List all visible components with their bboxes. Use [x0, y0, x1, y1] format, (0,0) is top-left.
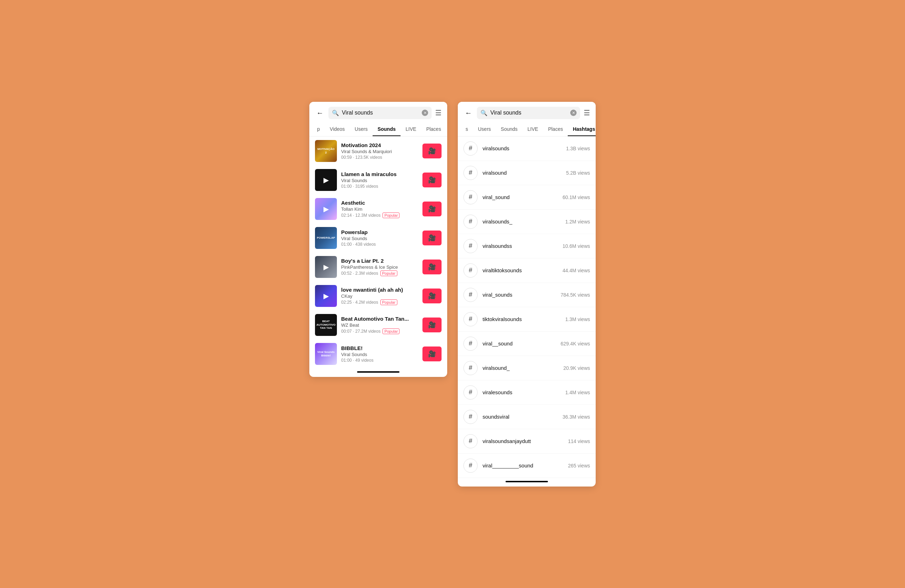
- tabs-row-1: p Videos Users Sounds LIVE Places Has: [309, 123, 447, 137]
- hashtag-name: viralesounds: [483, 389, 560, 395]
- hashtag-item[interactable]: #viralesounds1.4M views: [458, 380, 596, 405]
- hashtag-name: soundsviral: [483, 414, 557, 420]
- sound-thumbnail[interactable]: ▶: [315, 198, 337, 220]
- hashtag-item[interactable]: #viralsound_20.9K views: [458, 356, 596, 380]
- clear-search-1[interactable]: ✕: [422, 110, 428, 116]
- tab-places-1[interactable]: Places: [421, 123, 446, 136]
- screen-sounds: ← 🔍 Viral sounds ✕ ☰ p Videos Users Soun…: [309, 102, 447, 377]
- use-sound-button[interactable]: 🎥: [422, 346, 441, 361]
- hashtag-icon: #: [464, 434, 478, 448]
- hashtag-item[interactable]: #viralsounds1.3B views: [458, 137, 596, 161]
- tab-hashtags[interactable]: Hashtags: [568, 123, 596, 136]
- hashtag-icon: #: [464, 385, 478, 399]
- sound-artist: Viral Sounds & Marquiori: [341, 149, 418, 154]
- hashtag-item[interactable]: #viral__sound629.4K views: [458, 332, 596, 356]
- use-sound-button[interactable]: 🎥: [422, 173, 441, 188]
- filter-button-2[interactable]: ☰: [584, 108, 590, 117]
- screen-hashtags: ← 🔍 Viral sounds ✕ ☰ s Users Sounds LIVE…: [458, 102, 596, 486]
- tab-s[interactable]: s: [460, 123, 473, 136]
- scroll-indicator-1: [357, 371, 400, 373]
- hashtag-icon: #: [464, 215, 478, 229]
- sound-title: Beat Automotivo Tan Tan...: [341, 316, 418, 322]
- tab-p[interactable]: p: [312, 123, 325, 136]
- tab-sounds-2[interactable]: Sounds: [496, 123, 522, 136]
- sound-thumbnail[interactable]: POWERSLAP: [315, 227, 337, 249]
- hashtag-item[interactable]: #viralsound5.2B views: [458, 161, 596, 185]
- sound-item: MOTIVAÇÃO 2Motivation 2024Viral Sounds &…: [309, 137, 447, 165]
- hashtag-item[interactable]: #viralsounds_1.2M views: [458, 210, 596, 234]
- hashtag-item[interactable]: #soundsviral36.3M views: [458, 405, 596, 429]
- sound-thumbnail[interactable]: MOTIVAÇÃO 2: [315, 140, 337, 162]
- back-button-2[interactable]: ←: [464, 109, 473, 117]
- sound-thumbnail[interactable]: ▶: [315, 285, 337, 307]
- tabs-row-2: s Users Sounds LIVE Places Hashtags: [458, 123, 596, 137]
- hashtag-name: viral__sound: [483, 340, 556, 346]
- hashtag-views: 784.5K views: [560, 292, 590, 298]
- sound-info: Motivation 2024Viral Sounds & Marquiori0…: [341, 142, 418, 160]
- sound-item: ▶AestheticTollan Kim02:14 · 12.3M videos…: [309, 194, 447, 224]
- tab-live-1[interactable]: LIVE: [400, 123, 421, 136]
- hashtag-item[interactable]: #viral_sounds784.5K views: [458, 283, 596, 307]
- hashtag-name: viralsoundsanjaydutt: [483, 438, 563, 444]
- hashtag-views: 60.1M views: [562, 194, 590, 200]
- sound-artist: PinkPantheress & Ice Spice: [341, 264, 418, 270]
- sound-thumbnail[interactable]: Viral Sounds Bibble!: [315, 343, 337, 365]
- sound-title: Motivation 2024: [341, 142, 418, 148]
- sound-info: AestheticTollan Kim02:14 · 12.3M videosP…: [341, 200, 418, 218]
- sound-info: PowerslapViral Sounds01:00 · 438 videos: [341, 229, 418, 247]
- tab-users-2[interactable]: Users: [473, 123, 496, 136]
- hashtag-name: tiktokviralsounds: [483, 316, 560, 322]
- sound-item: BEAT AUTOMOTIVO TAN TANBeat Automotivo T…: [309, 310, 447, 339]
- use-sound-button[interactable]: 🎥: [422, 143, 441, 158]
- search-icon-1: 🔍: [332, 110, 339, 116]
- search-header-2: ← 🔍 Viral sounds ✕ ☰: [458, 102, 596, 123]
- use-sound-button[interactable]: 🎥: [422, 202, 441, 216]
- play-icon: ▶: [324, 176, 329, 184]
- hashtag-item[interactable]: #viraltiktoksounds44.4M views: [458, 259, 596, 283]
- sound-title: Aesthetic: [341, 200, 418, 206]
- hashtag-views: 114 views: [568, 439, 590, 444]
- tab-sounds[interactable]: Sounds: [373, 123, 400, 136]
- hashtag-icon: #: [464, 239, 478, 253]
- hashtag-name: viral_sound: [483, 194, 557, 200]
- hashtag-icon: #: [464, 264, 478, 278]
- sound-info: BIBBLE!Viral Sounds01:00 · 49 videos: [341, 345, 418, 363]
- hashtag-icon: #: [464, 312, 478, 326]
- tab-has[interactable]: Has: [446, 123, 447, 136]
- hashtag-item[interactable]: #viral_________sound265 views: [458, 454, 596, 478]
- use-sound-button[interactable]: 🎥: [422, 230, 441, 245]
- sound-item: ▶love nwantinti (ah ah ah)CKay02:25 · 4.…: [309, 281, 447, 310]
- hashtag-item[interactable]: #viralsoundss10.6M views: [458, 234, 596, 259]
- tab-users-1[interactable]: Users: [349, 123, 373, 136]
- hashtag-item[interactable]: #tiktokviralsounds1.3M views: [458, 307, 596, 332]
- hashtag-name: viralsounds_: [483, 219, 560, 224]
- use-sound-button[interactable]: 🎥: [422, 318, 441, 332]
- back-button-1[interactable]: ←: [315, 109, 325, 117]
- use-sound-button[interactable]: 🎥: [422, 259, 441, 274]
- tab-videos[interactable]: Videos: [325, 123, 350, 136]
- sound-meta: 00:52 · 2.3M videosPopular: [341, 270, 418, 276]
- hashtag-item[interactable]: #viral_sound60.1M views: [458, 185, 596, 210]
- use-sound-button[interactable]: 🎥: [422, 289, 441, 304]
- hashtag-item[interactable]: #viralsoundsanjaydutt114 views: [458, 429, 596, 454]
- sound-artist: Viral Sounds: [341, 178, 418, 183]
- sound-title: Boy's a Liar Pt. 2: [341, 258, 418, 264]
- hashtag-name: viraltiktoksounds: [483, 267, 557, 273]
- sound-list: MOTIVAÇÃO 2Motivation 2024Viral Sounds &…: [309, 137, 447, 369]
- hashtag-list: #viralsounds1.3B views#viralsound5.2B vi…: [458, 137, 596, 478]
- sound-thumbnail[interactable]: ▶: [315, 169, 337, 191]
- tab-live-2[interactable]: LIVE: [522, 123, 543, 136]
- hashtag-views: 1.4M views: [565, 389, 590, 395]
- sound-thumbnail[interactable]: ▶: [315, 256, 337, 278]
- hashtag-icon: #: [464, 459, 478, 473]
- filter-button-1[interactable]: ☰: [435, 108, 441, 117]
- sound-item: Viral Sounds Bibble!BIBBLE!Viral Sounds0…: [309, 339, 447, 369]
- sound-item: POWERSLAPPowerslapViral Sounds01:00 · 43…: [309, 224, 447, 253]
- sound-meta: 01:00 · 49 videos: [341, 358, 418, 363]
- search-icon-2: 🔍: [480, 110, 487, 116]
- tab-places-2[interactable]: Places: [543, 123, 568, 136]
- search-query-2: Viral sounds: [490, 110, 567, 116]
- clear-search-2[interactable]: ✕: [570, 110, 576, 116]
- sound-thumbnail[interactable]: BEAT AUTOMOTIVO TAN TAN: [315, 314, 337, 336]
- sound-title: Llamen a la miraculos: [341, 171, 418, 177]
